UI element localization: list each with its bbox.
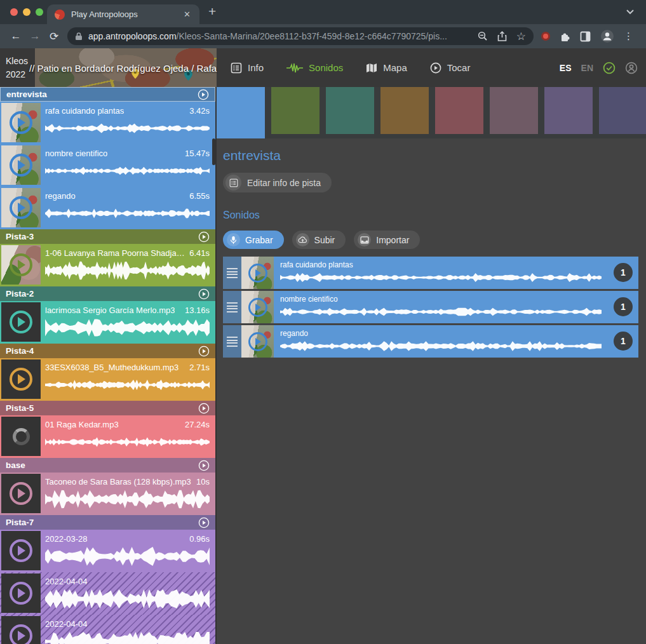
track-header-pista-3[interactable]: Pista-3 bbox=[0, 229, 215, 244]
address-bar[interactable]: app.antropoloops.com/Kleos-Santa-Marina/… bbox=[67, 27, 534, 45]
account-icon[interactable] bbox=[625, 62, 638, 74]
record-extension-icon[interactable] bbox=[541, 32, 550, 41]
clip-thumbnail[interactable] bbox=[1, 145, 41, 185]
record-button[interactable]: Grabar bbox=[223, 231, 284, 249]
clip-play-icon[interactable] bbox=[10, 253, 32, 276]
clip-play-icon[interactable] bbox=[10, 311, 32, 333]
tab-info[interactable]: Info bbox=[231, 62, 264, 74]
clip[interactable]: 2022-04-04 bbox=[0, 572, 215, 615]
side-panel-icon[interactable] bbox=[580, 31, 591, 42]
lang-en-button[interactable]: EN bbox=[581, 63, 593, 73]
track-play-icon[interactable] bbox=[198, 231, 210, 243]
upload-button[interactable]: Subir bbox=[292, 231, 346, 249]
track-color-tile[interactable] bbox=[599, 87, 646, 134]
track-color-tile[interactable] bbox=[435, 87, 483, 134]
bookmark-star-icon[interactable]: ☆ bbox=[516, 31, 526, 42]
extensions-puzzle-icon[interactable] bbox=[560, 31, 570, 42]
browser-tab[interactable]: Play Antropoloops ✕ bbox=[47, 4, 199, 24]
lock-icon bbox=[75, 32, 83, 41]
sound-row[interactable]: nombre cientifico 1 bbox=[223, 291, 638, 323]
clip-thumbnail[interactable] bbox=[1, 188, 41, 227]
clip[interactable]: 01 Raga Kedar.mp327.24s bbox=[0, 415, 215, 458]
drag-handle[interactable] bbox=[223, 257, 241, 289]
lang-es-button[interactable]: ES bbox=[560, 63, 572, 73]
tab-mapa[interactable]: Mapa bbox=[366, 62, 407, 73]
tab-tocar[interactable]: Tocar bbox=[430, 62, 471, 74]
track-play-icon[interactable] bbox=[198, 517, 210, 528]
clip-play-icon[interactable] bbox=[10, 154, 32, 177]
forward-button[interactable]: → bbox=[25, 27, 44, 46]
track-header-pista-2[interactable]: Pista-2 bbox=[0, 286, 215, 301]
track-header-pista-4[interactable]: Pista-4 bbox=[0, 344, 215, 358]
zoom-window-button[interactable] bbox=[36, 8, 43, 16]
clip[interactable]: regando6.55s bbox=[0, 187, 215, 229]
clip-thumbnail[interactable] bbox=[1, 531, 41, 570]
sound-play-icon[interactable] bbox=[248, 264, 267, 283]
track-header-pista-5[interactable]: Pista-5 bbox=[0, 401, 215, 415]
clip[interactable]: lacrimosa Sergio García Merlo.mp313.16s bbox=[0, 301, 215, 344]
drag-handle[interactable] bbox=[223, 291, 241, 323]
sound-thumbnail[interactable] bbox=[241, 325, 274, 358]
back-button[interactable]: ← bbox=[6, 27, 25, 46]
track-play-icon[interactable] bbox=[198, 403, 210, 414]
clip[interactable]: 1-06 Lavanya Rama Poorna Shadjam Rupak..… bbox=[0, 244, 215, 286]
clip-play-icon[interactable] bbox=[10, 624, 32, 644]
clip-thumbnail[interactable] bbox=[1, 474, 41, 513]
clip-thumbnail[interactable] bbox=[1, 103, 41, 142]
clip[interactable]: nombre cientifico15.47s bbox=[0, 144, 215, 187]
sound-play-icon[interactable] bbox=[248, 298, 267, 317]
minimize-window-button[interactable] bbox=[23, 8, 30, 16]
new-tab-button[interactable]: + bbox=[208, 4, 216, 19]
saved-check-icon[interactable] bbox=[603, 62, 616, 74]
clip-thumbnail[interactable] bbox=[1, 245, 41, 285]
track-color-tile[interactable] bbox=[544, 87, 593, 134]
browser-menu-icon[interactable]: ⋮ bbox=[624, 30, 633, 42]
track-color-tile[interactable] bbox=[271, 87, 320, 134]
sidebar-scrollbar[interactable] bbox=[212, 138, 215, 165]
clip[interactable]: 2022-03-280.96s bbox=[0, 530, 215, 572]
share-icon[interactable] bbox=[497, 31, 507, 42]
clip-duration: 3.42s bbox=[189, 106, 210, 116]
clip-play-icon[interactable] bbox=[10, 482, 32, 505]
tab-search-chevron-icon[interactable] bbox=[626, 9, 635, 15]
clip-play-icon[interactable] bbox=[10, 368, 32, 391]
reload-button[interactable]: ⟳ bbox=[44, 27, 64, 46]
track-play-icon[interactable] bbox=[198, 89, 209, 100]
clip-thumbnail[interactable] bbox=[1, 359, 41, 399]
clip-play-icon[interactable] bbox=[10, 582, 32, 605]
clip[interactable]: 33ESX6038_B5_Muthedukkum.mp32.71s bbox=[0, 358, 215, 401]
clip-thumbnail[interactable] bbox=[1, 616, 41, 644]
track-header-entrevista[interactable]: entrevista bbox=[0, 87, 215, 102]
sound-row[interactable]: regando 1 bbox=[223, 325, 638, 358]
clip-thumbnail[interactable] bbox=[1, 574, 41, 613]
profile-avatar-icon[interactable] bbox=[600, 29, 614, 43]
clip[interactable]: rafa cuidando plantas3.42s bbox=[0, 102, 215, 144]
clip-thumbnail[interactable] bbox=[1, 302, 41, 342]
track-color-tile[interactable] bbox=[380, 87, 429, 134]
zoom-out-icon[interactable] bbox=[478, 31, 488, 41]
track-header-base[interactable]: base bbox=[0, 458, 215, 473]
clip[interactable]: Taconeo de Sara Baras (128 kbps).mp310s bbox=[0, 473, 215, 515]
sound-play-icon[interactable] bbox=[248, 332, 267, 351]
close-window-button[interactable] bbox=[10, 8, 18, 16]
edit-track-info-button[interactable]: Editar info de pista bbox=[223, 173, 332, 192]
track-play-icon[interactable] bbox=[198, 288, 210, 300]
track-play-icon[interactable] bbox=[198, 460, 210, 471]
track-play-icon[interactable] bbox=[198, 345, 210, 357]
track-header-pista-7[interactable]: Pista-7 bbox=[0, 515, 215, 530]
import-button[interactable]: Importar bbox=[354, 231, 420, 249]
drag-handle[interactable] bbox=[223, 325, 241, 358]
clip-play-icon[interactable] bbox=[10, 196, 32, 219]
tab-info-label: Info bbox=[248, 62, 264, 73]
tab-close-icon[interactable]: ✕ bbox=[182, 10, 192, 19]
sound-thumbnail[interactable] bbox=[241, 291, 274, 323]
sound-thumbnail[interactable] bbox=[241, 257, 274, 289]
clip[interactable]: 2022-04-04 bbox=[0, 615, 215, 644]
track-color-tile[interactable] bbox=[217, 87, 265, 138]
sound-row[interactable]: rafa cuidando plantas 1 bbox=[223, 257, 638, 289]
clip-play-icon[interactable] bbox=[10, 539, 32, 562]
track-color-tile[interactable] bbox=[490, 87, 538, 134]
tab-sonidos[interactable]: Sonidos bbox=[286, 62, 343, 73]
track-color-tile[interactable] bbox=[326, 87, 374, 134]
clip-play-icon[interactable] bbox=[10, 111, 32, 134]
